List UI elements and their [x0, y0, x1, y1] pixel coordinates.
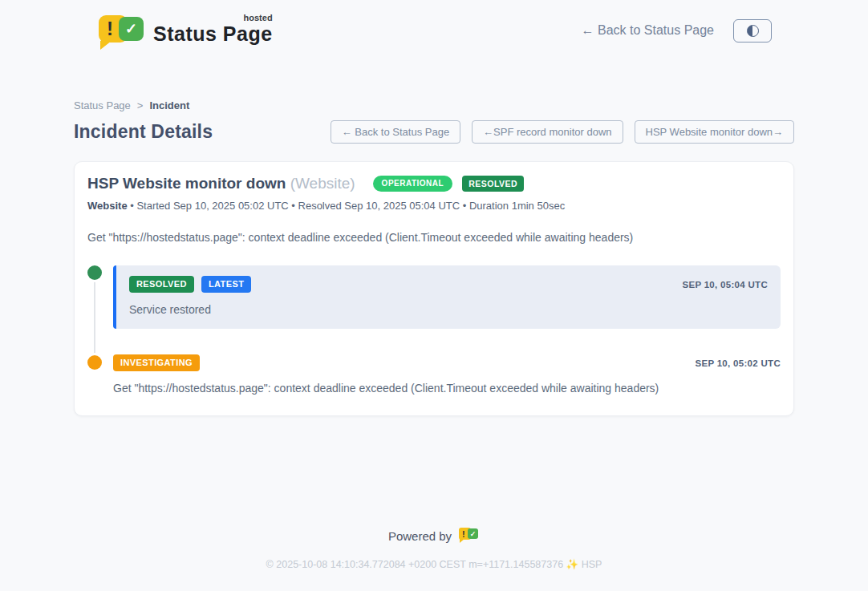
timeline-entry-content: INVESTIGATING SEP 10, 05:02 UTC Get "htt… — [113, 354, 781, 395]
resolved-badge: RESOLVED — [129, 276, 194, 293]
logo-text: hosted Status Page — [153, 16, 273, 46]
title-row: Incident Details ← Back to Status Page ←… — [74, 120, 794, 144]
timeline-entry-investigating: INVESTIGATING SEP 10, 05:02 UTC Get "htt… — [87, 354, 781, 395]
incident-nav-buttons: ← Back to Status Page ←SPF record monito… — [331, 120, 794, 144]
incident-card: HSP Website monitor down (Website) OPERA… — [74, 161, 794, 416]
status-page-logo-icon: ! ✓ — [99, 13, 145, 48]
logo-checkmark: ✓ — [125, 20, 137, 38]
timeline-entry-head: INVESTIGATING SEP 10, 05:02 UTC — [113, 354, 781, 371]
incident-component-suffix: (Website) — [290, 175, 355, 192]
timeline-dot-orange — [87, 355, 102, 370]
timeline-entry-badges: INVESTIGATING — [113, 354, 200, 371]
sparkles-icon: ✨ — [566, 559, 579, 570]
next-incident-button[interactable]: HSP Website monitor down→ — [635, 120, 794, 144]
status-page-mini-logo-icon: ! ✓ — [459, 527, 480, 544]
incident-timeline: RESOLVED LATEST SEP 10, 05:04 UTC Servic… — [87, 265, 781, 395]
breadcrumb-separator: > — [137, 99, 144, 111]
back-to-status-page-button[interactable]: ← Back to Status Page — [331, 120, 460, 144]
operational-status-badge: OPERATIONAL — [373, 176, 453, 192]
breadcrumb-incident: Incident — [149, 99, 189, 111]
timeline-entry-timestamp: SEP 10, 05:02 UTC — [695, 358, 781, 368]
powered-by-label: Powered by — [388, 529, 452, 543]
incident-title: HSP Website monitor down (Website) — [87, 175, 355, 192]
logo-exclamation: ! — [107, 18, 113, 40]
back-to-status-page-link[interactable]: ← Back to Status Page — [582, 23, 714, 38]
breadcrumb: Status Page > Incident — [74, 99, 794, 111]
main-content: Status Page > Incident Incident Details … — [74, 99, 794, 416]
investigating-badge: INVESTIGATING — [113, 354, 200, 371]
contrast-icon — [747, 25, 759, 37]
header-actions: ← Back to Status Page — [582, 19, 772, 43]
timeline-dot-green — [87, 265, 102, 280]
timeline-entry-message: Service restored — [129, 303, 768, 316]
mini-logo-exclamation: ! — [462, 529, 465, 539]
incident-component: Website — [87, 200, 128, 212]
footer: Powered by ! ✓ © 2025-10-08 14:10:34.772… — [0, 527, 868, 591]
timeline-entry-head: RESOLVED LATEST SEP 10, 05:04 UTC — [129, 276, 768, 293]
incident-description: Get "https://hostedstatus.page": context… — [87, 231, 781, 244]
copyright-text: © 2025-10-08 14:10:34.772084 +0200 CEST … — [266, 559, 564, 570]
timeline-entry-badges: RESOLVED LATEST — [129, 276, 251, 293]
resolved-status-badge: RESOLVED — [462, 176, 524, 192]
app-logo[interactable]: ! ✓ hosted Status Page — [99, 13, 273, 48]
incident-name: HSP Website monitor down — [87, 175, 286, 192]
header: ! ✓ hosted Status Page ← Back to Status … — [0, 0, 868, 48]
copyright-suffix: HSP — [582, 559, 602, 570]
incident-title-row: HSP Website monitor down (Website) OPERA… — [87, 175, 781, 192]
incident-meta: Website • Started Sep 10, 2025 05:02 UTC… — [87, 200, 781, 212]
logo-brand-name: Status Page — [153, 22, 273, 45]
timeline-entry-message: Get "https://hostedstatus.page": context… — [113, 382, 781, 395]
timeline-entry-content: RESOLVED LATEST SEP 10, 05:04 UTC Servic… — [113, 265, 781, 329]
page-title: Incident Details — [74, 121, 213, 143]
powered-by-link[interactable]: Powered by ! ✓ — [0, 527, 868, 544]
latest-badge: LATEST — [201, 276, 251, 293]
mini-checkmark-bubble-icon: ✓ — [468, 528, 478, 539]
previous-incident-button[interactable]: ←SPF record monitor down — [472, 120, 623, 144]
checkmark-bubble-icon: ✓ — [119, 17, 144, 41]
mini-logo-checkmark: ✓ — [470, 530, 477, 538]
incident-meta-details: • Started Sep 10, 2025 05:02 UTC • Resol… — [130, 200, 565, 212]
theme-toggle-button[interactable] — [733, 19, 772, 43]
copyright-line: © 2025-10-08 14:10:34.772084 +0200 CEST … — [0, 558, 868, 570]
logo-superscript: hosted — [244, 13, 273, 22]
breadcrumb-status-page[interactable]: Status Page — [74, 99, 131, 111]
timeline-entry-timestamp: SEP 10, 05:04 UTC — [682, 280, 768, 289]
timeline-entry-resolved: RESOLVED LATEST SEP 10, 05:04 UTC Servic… — [87, 265, 781, 329]
